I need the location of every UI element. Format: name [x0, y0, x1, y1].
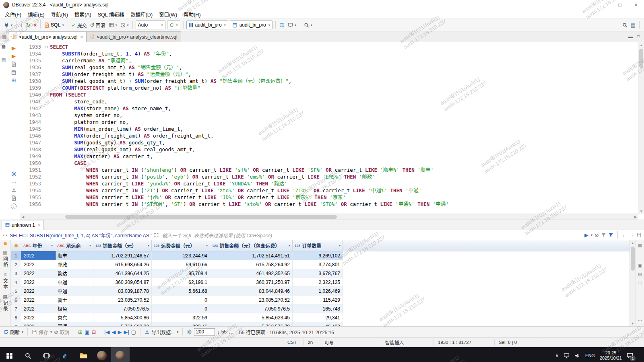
editor-vertical-scrollbar[interactable]: ▲ ▼: [638, 42, 644, 214]
table-cell[interactable]: 0: [152, 304, 210, 313]
database-combo[interactable]: audit_bi_pro▾: [230, 21, 272, 29]
refresh-button[interactable]: 刷新▾: [3, 329, 23, 335]
panel-settings-icon[interactable]: ⋯: [638, 318, 642, 323]
table-cell[interactable]: 322.59: [152, 313, 210, 322]
more-icon[interactable]: …: [229, 329, 234, 335]
code-line[interactable]: 1952 WHEN carrier_t IN ('postb', 'eyb') …: [20, 173, 644, 180]
code-text[interactable]: SUM(order_freight_amt_t) AS "运费金额（元）",: [50, 71, 644, 78]
code-line[interactable]: 1937 SUM(order_freight_amt_t) AS "运费金额（元…: [20, 71, 644, 78]
code-text[interactable]: WHEN carrier_t IN ('shunfeng') OR carrie…: [50, 167, 644, 173]
editor-tab-list-icon[interactable]: ▦: [0, 31, 9, 42]
table-cell[interactable]: 2022: [21, 313, 55, 322]
column-filter-caret-icon[interactable]: ▾: [339, 244, 341, 247]
column-filter-caret-icon[interactable]: ▾: [89, 244, 91, 247]
row-number[interactable]: 8: [11, 313, 21, 322]
code-text[interactable]: store_code,: [50, 98, 644, 105]
input-language-indicator[interactable]: ENG: [585, 353, 595, 358]
code-line[interactable]: 1938 SUM(real_goods_amt_t) + SUM(order_f…: [20, 78, 644, 84]
code-text[interactable]: WHEN carrier_t LIKE 'yunda%' OR carrier_…: [50, 180, 644, 187]
table-cell[interactable]: 2022: [21, 251, 55, 260]
hidden-icons-chevron[interactable]: ∧: [555, 353, 559, 358]
table-cell[interactable]: 极兔: [55, 304, 93, 313]
code-text[interactable]: WHEN carrier_t IN ('ST#DW', 'ST') OR car…: [50, 201, 644, 208]
column-filter-caret-icon[interactable]: ▾: [206, 244, 208, 247]
code-line[interactable]: 1951 WHEN carrier_t IN ('shunfeng') OR c…: [20, 167, 644, 173]
isolation-combo[interactable]: ▾: [167, 21, 180, 29]
clear-filter-button[interactable]: ⊘: [594, 232, 599, 238]
code-line[interactable]: 1942 MAX(store_name) AS store_name_t,: [20, 105, 644, 112]
code-text[interactable]: system_order_no,: [50, 112, 644, 119]
column-header[interactable]: 123运费金额（元）▾: [152, 240, 210, 251]
table-cell[interactable]: 顺丰: [55, 251, 93, 260]
code-text[interactable]: SUM(real_goods_amt_t) AS "销售金额（元）",: [50, 64, 644, 71]
code-text[interactable]: SUBSTR(order_time_t, 1, 4) AS "年份",: [50, 50, 644, 57]
forward-button[interactable]: →: [629, 232, 634, 238]
table-cell[interactable]: 5,761,683.33: [93, 322, 152, 326]
code-line[interactable]: 1946 MAX(order_freight_amt) AS order_fre…: [20, 132, 644, 139]
editor-settings-button[interactable]: [11, 171, 17, 177]
maximize-button[interactable]: □: [612, 0, 628, 10]
apply-filter-play-button[interactable]: ▶: [584, 232, 588, 238]
table-cell[interactable]: 2022: [21, 278, 55, 286]
scrollbar-thumb[interactable]: [639, 49, 643, 68]
execute-script-button[interactable]: ▶: [12, 53, 16, 59]
table-cell[interactable]: 62,196.1: [152, 278, 210, 286]
code-text[interactable]: MAX(order_freight_amt) AS order_freight_…: [50, 132, 644, 139]
minimize-view-icon[interactable]: ▬: [628, 34, 633, 39]
last-row-icon[interactable]: ▶|: [124, 329, 129, 335]
table-cell[interactable]: 5,854,623.45: [210, 313, 293, 322]
delete-row-icon[interactable]: ⊟: [91, 329, 96, 335]
execute-statement-button[interactable]: ▶: [12, 45, 16, 51]
row-number[interactable]: 3: [11, 269, 21, 278]
column-filter-caret-icon[interactable]: ▾: [289, 244, 290, 247]
table-cell[interactable]: 5,661.68: [152, 287, 210, 295]
table-cell[interactable]: 360,371,250.97: [210, 278, 293, 286]
code-text[interactable]: MAX(carrier) AS carrier_t,: [50, 153, 644, 160]
code-text[interactable]: SUM(goods_qty) AS goods_qty_t,: [50, 139, 644, 146]
next-row-icon[interactable]: ▶: [118, 329, 122, 335]
editor-horizontal-scrollbar[interactable]: ◀ ▶: [20, 214, 638, 220]
edit-filter-icon[interactable]: [601, 232, 606, 238]
first-row-icon[interactable]: |◀: [104, 329, 109, 335]
explain-plan-button[interactable]: [11, 62, 17, 67]
goto-row-icon[interactable]: ▢: [131, 329, 136, 335]
table-cell[interactable]: 5,762,576.79: [210, 322, 293, 326]
table-cell[interactable]: 83,044,849.46: [210, 287, 293, 295]
close-tab-icon[interactable]: ×: [80, 35, 83, 39]
code-line[interactable]: 1934 SUBSTR(order_time_t, 1, 4) AS "年份",: [20, 50, 644, 57]
table-row[interactable]: 42022申通360,309,054.8762,196.1360,371,250…: [11, 278, 343, 287]
column-header[interactable]: ABC年份▾: [21, 240, 55, 251]
table-row[interactable]: 32022韵达461,396,644.2595,708.4461,492,352…: [11, 269, 343, 278]
tab-text[interactable]: ≡ 文本: [2, 272, 9, 290]
info-button[interactable]: i: [11, 204, 17, 209]
maximize-view-icon[interactable]: □: [637, 34, 640, 39]
table-cell[interactable]: 1,702,291,246.57: [93, 251, 152, 260]
row-number[interactable]: 2: [11, 260, 21, 269]
filter-input-placeholder[interactable]: 输入一个 SQL 表达式来过滤结果 (使用 Ctrl+Space): [162, 232, 272, 239]
column-header[interactable]: 123销售金额（元）▾: [93, 240, 152, 251]
code-line[interactable]: 1949 MAX(carrier) AS carrier_t,: [20, 153, 644, 160]
code-line[interactable]: 1944 platform_order_no,: [20, 119, 644, 125]
table-cell[interactable]: 2022: [21, 304, 55, 313]
back-button[interactable]: ←: [622, 232, 627, 238]
fetch-all-button[interactable]: ↓55: [217, 329, 227, 335]
close-button[interactable]: ×: [628, 0, 644, 10]
code-line[interactable]: 1950 CASE: [20, 160, 644, 167]
previous-row-icon[interactable]: ◀: [111, 329, 116, 335]
table-cell[interactable]: 圆通: [55, 322, 93, 326]
row-number[interactable]: 1: [11, 251, 21, 260]
scroll-up-icon[interactable]: ▲: [630, 240, 636, 246]
row-number[interactable]: 5: [11, 287, 21, 295]
table-row[interactable]: 92022圆通5,761,683.33893.465,762,576.7946,…: [11, 322, 343, 326]
add-row-icon[interactable]: ⊞: [78, 329, 83, 335]
row-number[interactable]: 7: [11, 304, 21, 313]
disconnect-button[interactable]: ×: [32, 20, 38, 30]
table-cell[interactable]: 3,678,767: [293, 269, 343, 278]
column-filter-caret-icon[interactable]: ▾: [148, 244, 149, 247]
scroll-right-icon[interactable]: ▶: [633, 214, 638, 220]
column-header[interactable]: 123订单数量▾: [293, 240, 343, 251]
table-cell[interactable]: 京东: [55, 313, 93, 322]
auto-sync-button[interactable]: [278, 20, 286, 30]
editor-tab-analysis[interactable]: <audit_bi_pro> analysis.sql ×: [9, 31, 87, 42]
row-number[interactable]: 6: [11, 296, 21, 304]
